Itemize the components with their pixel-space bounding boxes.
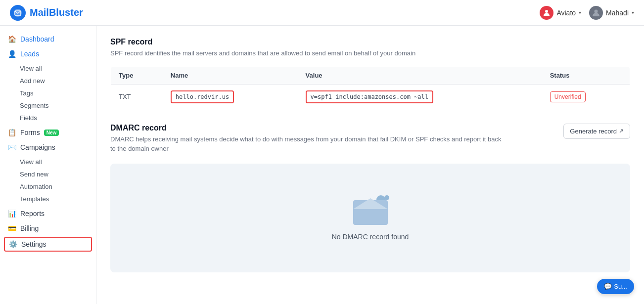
sidebar-item-forms[interactable]: 📋 Forms New [0,125,96,140]
dmarc-empty-state: No DMARC record found [110,164,630,272]
generate-btn-label: Generate record [570,128,617,135]
sidebar-item-templates[interactable]: Templates [0,193,96,205]
spf-type: TXT [111,84,163,109]
support-label: Su... [614,283,627,290]
leads-icon: 👤 [8,50,16,58]
settings-icon: ⚙️ [9,240,17,248]
dmarc-title: DMARC record [110,124,506,132]
sidebar-item-settings[interactable]: ⚙️ Settings [5,238,91,251]
spf-table-row: TXT hello.redvir.us v=spf1 include:amazo… [111,84,630,109]
workspace-avatar [540,6,553,20]
dmarc-header-left: DMARC record DMARC helps receiving mail … [110,124,506,162]
workspace-name: Aviato [556,9,576,17]
sidebar-item-add-new[interactable]: Add new [0,75,96,87]
user-name: Mahadi [606,9,629,17]
envelope-illustration [351,195,390,225]
sidebar-item-segments[interactable]: Segments [0,99,96,112]
col-value: Value [298,66,542,84]
top-navigation: MailBluster Aviato ▾ Mahadi ▾ [0,0,644,26]
envelope-flap [353,198,388,209]
campaigns-icon: ✉️ [8,143,16,151]
col-name: Name [163,66,298,84]
spf-value-text: v=spf1 include:amazonses.com ~all [306,90,433,103]
spf-table: Type Name Value Status TXT hello.redvir.… [110,66,630,110]
sidebar-item-leads[interactable]: 👤 Leads [0,46,96,61]
sidebar-label-reports: Reports [20,210,45,217]
sidebar-item-fields[interactable]: Fields [0,112,96,124]
main-content: SPF record SPF record identifies the mai… [96,26,644,304]
support-icon: 💬 [604,283,612,290]
topnav-right: Aviato ▾ Mahadi ▾ [540,6,634,20]
spf-title: SPF record [110,38,630,46]
sidebar-item-view-all-campaigns[interactable]: View all [0,156,96,168]
user-switcher[interactable]: Mahadi ▾ [589,6,634,20]
external-link-icon: ↗ [619,128,624,134]
dmarc-section: DMARC record DMARC helps receiving mail … [110,124,630,272]
forms-icon: 📋 [8,129,16,136]
sidebar-item-tags[interactable]: Tags [0,87,96,99]
unverified-badge: Unverified [550,91,586,102]
workspace-chevron-icon: ▾ [579,10,581,15]
user-chevron-icon: ▾ [632,10,634,15]
sidebar-item-automation[interactable]: Automation [0,180,96,193]
col-status: Status [542,66,630,84]
app-name: MailBluster [30,7,83,18]
leads-submenu: View all Add new Tags Segments Fields [0,61,96,125]
sidebar-item-dashboard[interactable]: 🏠 Dashboard [0,32,96,46]
support-button[interactable]: 💬 Su... [597,279,634,294]
user-avatar [589,6,603,20]
sidebar-label-billing: Billing [20,224,39,232]
svg-point-3 [595,9,598,13]
spf-section: SPF record SPF record identifies the mai… [110,38,630,110]
sidebar: 🏠 Dashboard 👤 Leads View all Add new Tag… [0,26,96,304]
dmarc-header: DMARC record DMARC helps receiving mail … [110,124,630,162]
sidebar-label-settings: Settings [21,240,46,248]
sidebar-item-billing[interactable]: 💳 Billing [0,221,96,236]
sidebar-label-forms: Forms [20,129,40,136]
sidebar-label-leads: Leads [20,50,39,58]
sidebar-label-dashboard: Dashboard [20,35,54,43]
dashboard-icon: 🏠 [8,35,16,43]
spf-name: hello.redvir.us [163,84,298,109]
col-type: Type [111,66,163,84]
app-logo[interactable]: MailBluster [10,5,83,21]
dmarc-description: DMARC helps receiving mail systems decid… [110,134,506,154]
sidebar-item-view-all-leads[interactable]: View all [0,62,96,75]
spf-name-value: hello.redvir.us [171,90,234,103]
sidebar-item-campaigns[interactable]: ✉️ Campaigns [0,140,96,155]
dmarc-empty-text: No DMARC record found [332,233,409,241]
sidebar-item-reports[interactable]: 📊 Reports [0,206,96,221]
generate-record-button[interactable]: Generate record ↗ [563,124,630,139]
billing-icon: 💳 [8,224,16,232]
workspace-switcher[interactable]: Aviato ▾ [540,6,581,20]
sidebar-label-campaigns: Campaigns [20,143,55,151]
forms-new-badge: New [44,130,59,136]
reports-icon: 📊 [8,210,16,217]
spf-description: SPF record identifies the mail servers a… [110,48,630,58]
spf-value: v=spf1 include:amazonses.com ~all [298,84,542,109]
sidebar-item-send-new[interactable]: Send new [0,168,96,180]
settings-item-wrapper: ⚙️ Settings [4,237,92,252]
logo-icon [10,5,26,21]
svg-point-2 [545,10,548,13]
spf-status: Unverified [542,84,630,109]
campaigns-submenu: View all Send new Automation Templates [0,155,96,206]
